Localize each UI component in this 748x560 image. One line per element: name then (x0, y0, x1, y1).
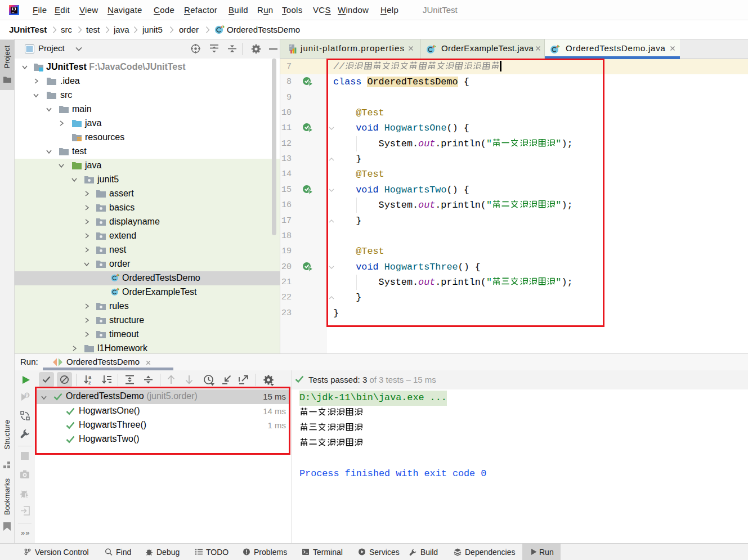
svg-text:9: 9 (26, 392, 29, 398)
svg-text:a: a (88, 374, 92, 380)
svg-text:z: z (88, 380, 91, 386)
